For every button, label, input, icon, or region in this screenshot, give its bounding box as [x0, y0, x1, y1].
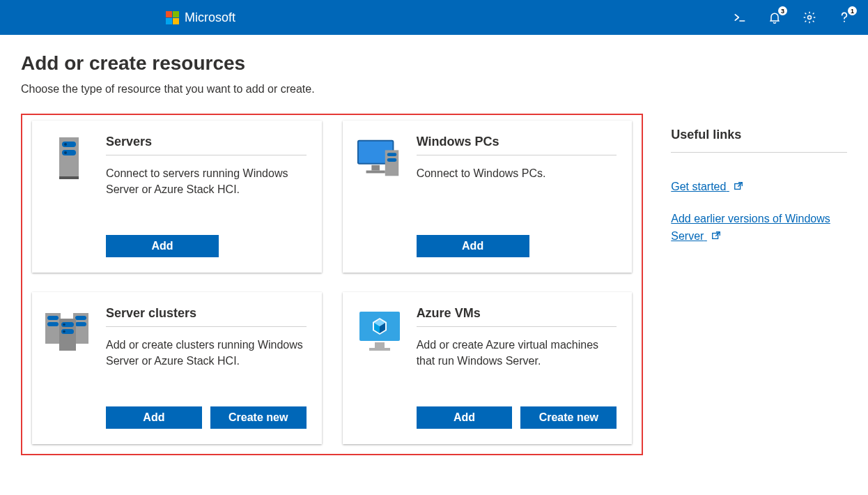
- svg-point-25: [63, 330, 65, 333]
- link-label: Add earlier versions of Windows Server: [671, 213, 830, 243]
- notifications-button[interactable]: 3: [766, 9, 783, 26]
- create-new-button[interactable]: Create new: [520, 406, 617, 429]
- add-button[interactable]: Add: [106, 235, 219, 257]
- help-button[interactable]: 1: [836, 9, 853, 26]
- topbar-actions: 3 1: [731, 9, 857, 26]
- link-get-started[interactable]: Get started: [671, 181, 729, 192]
- settings-button[interactable]: [801, 9, 818, 26]
- svg-point-2: [844, 21, 845, 22]
- card-desc: Connect to servers running Windows Serve…: [106, 165, 307, 222]
- add-button[interactable]: Add: [417, 406, 513, 429]
- server-cluster-icon: [45, 306, 93, 429]
- help-badge: 1: [848, 6, 857, 15]
- svg-rect-4: [59, 176, 79, 179]
- card-azure-vms: Azure VMs Add or create Azure virtual ma…: [343, 292, 633, 444]
- svg-point-1: [808, 16, 812, 20]
- pc-icon: [355, 135, 404, 257]
- card-title: Servers: [106, 135, 307, 155]
- card-desc: Add or create Azure virtual machines tha…: [417, 337, 617, 394]
- brand: Microsoft: [166, 10, 235, 25]
- top-bar: Microsoft 3 1: [0, 0, 868, 35]
- card-title: Server clusters: [106, 306, 307, 327]
- svg-rect-19: [75, 316, 86, 320]
- svg-rect-27: [375, 342, 385, 348]
- create-new-button[interactable]: Create new: [210, 406, 307, 429]
- svg-point-8: [64, 151, 67, 154]
- svg-rect-16: [47, 316, 59, 320]
- svg-rect-28: [369, 348, 390, 351]
- gear-icon: [803, 10, 816, 24]
- external-link-icon: [734, 181, 743, 194]
- card-server-clusters: Server clusters Add or create clusters r…: [32, 292, 322, 444]
- terminal-icon: [733, 10, 747, 24]
- add-button[interactable]: Add: [417, 235, 529, 257]
- cloud-shell-button[interactable]: [731, 9, 748, 26]
- svg-rect-13: [387, 153, 396, 156]
- external-link-icon: [711, 231, 721, 243]
- sidebar-title: Useful links: [671, 128, 847, 153]
- page-subtitle: Choose the type of resource that you wan…: [21, 83, 847, 96]
- card-desc: Connect to Windows PCs.: [417, 165, 617, 222]
- svg-rect-20: [75, 322, 86, 326]
- svg-rect-11: [366, 171, 385, 174]
- svg-rect-10: [371, 165, 380, 171]
- microsoft-logo-icon: [166, 11, 179, 24]
- notifications-badge: 3: [778, 6, 787, 15]
- svg-point-24: [63, 323, 65, 326]
- svg-rect-14: [387, 158, 396, 162]
- azure-vm-icon: [355, 306, 404, 429]
- link-earlier-windows-server[interactable]: Add earlier versions of Windows Server: [671, 213, 830, 243]
- brand-text: Microsoft: [185, 10, 235, 25]
- svg-rect-17: [47, 322, 59, 326]
- link-label: Get started: [671, 181, 726, 192]
- card-title: Azure VMs: [417, 306, 617, 327]
- card-title: Windows PCs: [417, 135, 617, 155]
- card-servers: Servers Connect to servers running Windo…: [32, 121, 322, 273]
- page-title: Add or create resources: [21, 52, 847, 75]
- useful-links-panel: Useful links Get started Add earlier ver…: [671, 114, 847, 259]
- svg-point-7: [64, 143, 67, 146]
- card-desc: Add or create clusters running Windows S…: [106, 337, 307, 394]
- add-button[interactable]: Add: [106, 406, 202, 429]
- card-windows-pcs: Windows PCs Connect to Windows PCs. Add: [343, 121, 633, 273]
- server-icon: [45, 135, 93, 257]
- page: Add or create resources Choose the type …: [0, 35, 868, 473]
- resource-cards-highlight: Servers Connect to servers running Windo…: [21, 114, 643, 455]
